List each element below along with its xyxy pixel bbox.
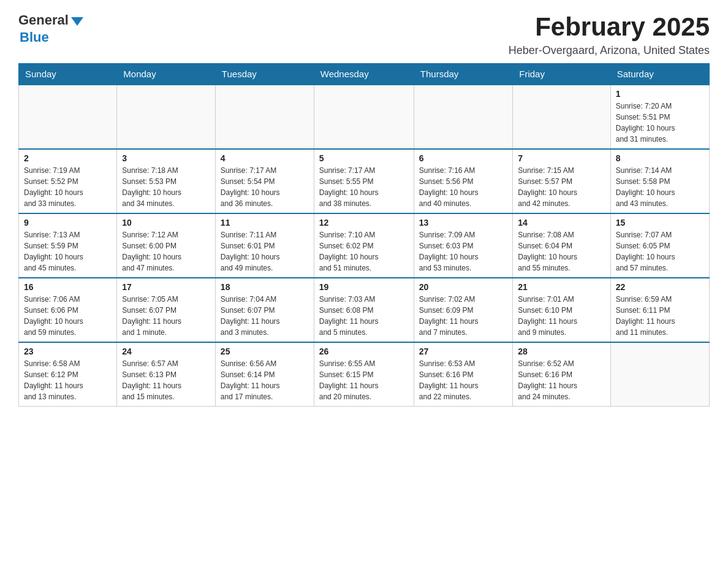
col-friday: Friday [513, 64, 610, 85]
day-info: Sunrise: 6:52 AMSunset: 6:16 PMDaylight:… [518, 358, 605, 402]
table-row: 7Sunrise: 7:15 AMSunset: 5:57 PMDaylight… [513, 149, 610, 213]
table-row: 16Sunrise: 7:06 AMSunset: 6:06 PMDayligh… [19, 278, 117, 342]
table-row: 21Sunrise: 7:01 AMSunset: 6:10 PMDayligh… [513, 278, 610, 342]
col-thursday: Thursday [414, 64, 512, 85]
table-row: 11Sunrise: 7:11 AMSunset: 6:01 PMDayligh… [215, 213, 314, 278]
table-row: 17Sunrise: 7:05 AMSunset: 6:07 PMDayligh… [117, 278, 216, 342]
col-sunday: Sunday [19, 64, 117, 85]
table-row: 9Sunrise: 7:13 AMSunset: 5:59 PMDaylight… [19, 213, 117, 278]
day-info: Sunrise: 7:20 AMSunset: 5:51 PMDaylight:… [616, 101, 704, 145]
day-info: Sunrise: 7:07 AMSunset: 6:05 PMDaylight:… [616, 229, 704, 274]
day-info: Sunrise: 7:05 AMSunset: 6:07 PMDaylight:… [122, 294, 210, 338]
col-wednesday: Wednesday [314, 64, 414, 85]
day-number: 10 [122, 218, 210, 228]
day-info: Sunrise: 7:17 AMSunset: 5:54 PMDaylight:… [221, 165, 309, 209]
table-row [610, 342, 709, 407]
table-row: 20Sunrise: 7:02 AMSunset: 6:09 PMDayligh… [414, 278, 512, 342]
table-row [215, 85, 314, 149]
table-row: 1Sunrise: 7:20 AMSunset: 5:51 PMDaylight… [610, 85, 709, 149]
day-number: 6 [419, 153, 507, 163]
table-row: 18Sunrise: 7:04 AMSunset: 6:07 PMDayligh… [215, 278, 314, 342]
day-number: 13 [419, 218, 507, 228]
table-row: 28Sunrise: 6:52 AMSunset: 6:16 PMDayligh… [513, 342, 610, 407]
table-row: 25Sunrise: 6:56 AMSunset: 6:14 PMDayligh… [215, 342, 314, 407]
table-row [19, 85, 117, 149]
logo-general-text: General [18, 12, 83, 28]
calendar-week-row: 23Sunrise: 6:58 AMSunset: 6:12 PMDayligh… [19, 342, 710, 407]
day-number: 25 [221, 347, 309, 356]
day-info: Sunrise: 7:01 AMSunset: 6:10 PMDaylight:… [518, 294, 605, 338]
calendar-header-row: Sunday Monday Tuesday Wednesday Thursday… [19, 64, 710, 85]
day-number: 23 [24, 347, 112, 356]
day-number: 3 [122, 153, 210, 163]
day-number: 21 [518, 282, 605, 292]
day-info: Sunrise: 6:56 AMSunset: 6:14 PMDaylight:… [221, 358, 309, 402]
day-number: 12 [319, 218, 409, 228]
title-block: February 2025 Heber-Overgaard, Arizona, … [509, 12, 710, 57]
table-row: 6Sunrise: 7:16 AMSunset: 5:56 PMDaylight… [414, 149, 512, 213]
day-number: 24 [122, 347, 210, 356]
table-row [117, 85, 216, 149]
table-row [314, 85, 414, 149]
calendar-week-row: 9Sunrise: 7:13 AMSunset: 5:59 PMDaylight… [19, 213, 710, 278]
day-number: 18 [221, 282, 309, 292]
day-info: Sunrise: 7:03 AMSunset: 6:08 PMDaylight:… [319, 294, 409, 338]
day-number: 1 [616, 89, 704, 99]
day-info: Sunrise: 6:59 AMSunset: 6:11 PMDaylight:… [616, 294, 704, 338]
logo-blue-text: Blue [20, 29, 49, 45]
table-row: 10Sunrise: 7:12 AMSunset: 6:00 PMDayligh… [117, 213, 216, 278]
day-info: Sunrise: 7:16 AMSunset: 5:56 PMDaylight:… [419, 165, 507, 209]
table-row: 23Sunrise: 6:58 AMSunset: 6:12 PMDayligh… [19, 342, 117, 407]
table-row: 27Sunrise: 6:53 AMSunset: 6:16 PMDayligh… [414, 342, 512, 407]
table-row: 13Sunrise: 7:09 AMSunset: 6:03 PMDayligh… [414, 213, 512, 278]
table-row [513, 85, 610, 149]
calendar-week-row: 2Sunrise: 7:19 AMSunset: 5:52 PMDaylight… [19, 149, 710, 213]
day-info: Sunrise: 7:11 AMSunset: 6:01 PMDaylight:… [221, 229, 309, 274]
table-row [414, 85, 512, 149]
day-info: Sunrise: 7:13 AMSunset: 5:59 PMDaylight:… [24, 229, 112, 274]
location-text: Heber-Overgaard, Arizona, United States [509, 44, 710, 57]
table-row: 12Sunrise: 7:10 AMSunset: 6:02 PMDayligh… [314, 213, 414, 278]
table-row: 8Sunrise: 7:14 AMSunset: 5:58 PMDaylight… [610, 149, 709, 213]
day-info: Sunrise: 7:19 AMSunset: 5:52 PMDaylight:… [24, 165, 112, 209]
day-info: Sunrise: 7:04 AMSunset: 6:07 PMDaylight:… [221, 294, 309, 338]
day-number: 11 [221, 218, 309, 228]
day-info: Sunrise: 7:14 AMSunset: 5:58 PMDaylight:… [616, 165, 704, 209]
day-number: 7 [518, 153, 605, 163]
col-monday: Monday [117, 64, 216, 85]
day-info: Sunrise: 7:17 AMSunset: 5:55 PMDaylight:… [319, 165, 409, 209]
day-info: Sunrise: 7:10 AMSunset: 6:02 PMDaylight:… [319, 229, 409, 274]
logo-arrow-icon [71, 17, 83, 26]
table-row: 19Sunrise: 7:03 AMSunset: 6:08 PMDayligh… [314, 278, 414, 342]
logo: General Blue [18, 12, 83, 45]
day-info: Sunrise: 7:09 AMSunset: 6:03 PMDaylight:… [419, 229, 507, 274]
calendar-week-row: 16Sunrise: 7:06 AMSunset: 6:06 PMDayligh… [19, 278, 710, 342]
table-row: 4Sunrise: 7:17 AMSunset: 5:54 PMDaylight… [215, 149, 314, 213]
day-number: 20 [419, 282, 507, 292]
day-number: 19 [319, 282, 409, 292]
day-info: Sunrise: 7:08 AMSunset: 6:04 PMDaylight:… [518, 229, 605, 274]
page-header: General Blue February 2025 Heber-Overgaa… [18, 12, 710, 57]
day-info: Sunrise: 7:06 AMSunset: 6:06 PMDaylight:… [24, 294, 112, 338]
day-number: 28 [518, 347, 605, 356]
day-number: 17 [122, 282, 210, 292]
table-row: 3Sunrise: 7:18 AMSunset: 5:53 PMDaylight… [117, 149, 216, 213]
table-row: 2Sunrise: 7:19 AMSunset: 5:52 PMDaylight… [19, 149, 117, 213]
calendar-table: Sunday Monday Tuesday Wednesday Thursday… [18, 63, 710, 407]
day-number: 26 [319, 347, 409, 356]
day-info: Sunrise: 7:12 AMSunset: 6:00 PMDaylight:… [122, 229, 210, 274]
day-number: 5 [319, 153, 409, 163]
col-tuesday: Tuesday [215, 64, 314, 85]
month-title: February 2025 [509, 12, 710, 42]
day-number: 4 [221, 153, 309, 163]
day-info: Sunrise: 7:18 AMSunset: 5:53 PMDaylight:… [122, 165, 210, 209]
day-number: 8 [616, 153, 704, 163]
day-number: 15 [616, 218, 704, 228]
col-saturday: Saturday [610, 64, 709, 85]
day-info: Sunrise: 7:02 AMSunset: 6:09 PMDaylight:… [419, 294, 507, 338]
day-info: Sunrise: 6:53 AMSunset: 6:16 PMDaylight:… [419, 358, 507, 402]
calendar-week-row: 1Sunrise: 7:20 AMSunset: 5:51 PMDaylight… [19, 85, 710, 149]
day-number: 22 [616, 282, 704, 292]
table-row: 15Sunrise: 7:07 AMSunset: 6:05 PMDayligh… [610, 213, 709, 278]
day-number: 27 [419, 347, 507, 356]
